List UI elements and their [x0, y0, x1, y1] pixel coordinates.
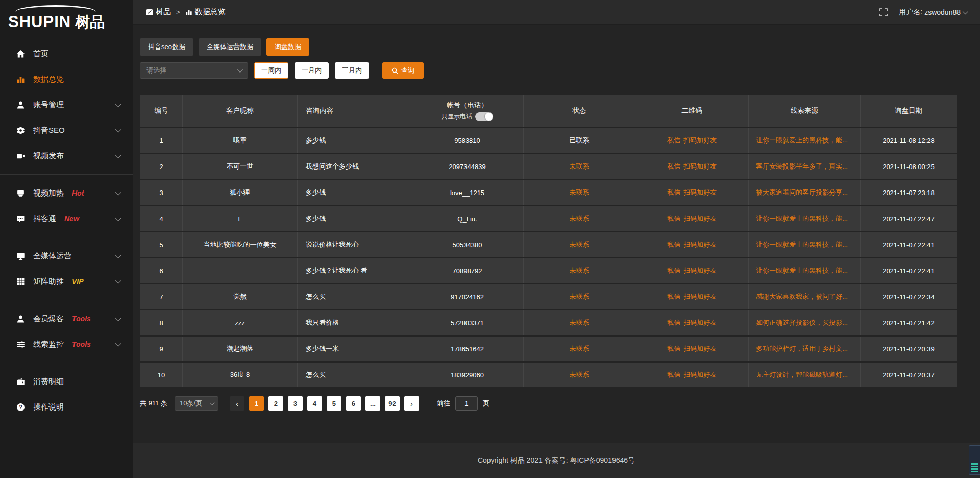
cell-content: 多少钱	[298, 206, 411, 231]
gear-icon	[15, 125, 26, 135]
sidebar-item-doukdetong[interactable]: 抖客通 New	[0, 206, 133, 231]
lead-source-link[interactable]: 多功能护栏灯，适用于乡村文...	[756, 344, 848, 353]
lead-source-link[interactable]: 客厅安装投影半年多了，真实...	[756, 162, 848, 171]
scan-add-friend-link[interactable]: 扫码加好友	[683, 162, 717, 171]
username-label: 用户名:	[899, 8, 922, 17]
lead-source-link[interactable]: 被大家追着问的客厅投影分享...	[756, 188, 848, 197]
goto-label: 前往	[437, 399, 450, 408]
sidebar-item-douyin-seo[interactable]: 抖音SEO	[0, 117, 133, 143]
private-message-link[interactable]: 私信	[667, 240, 680, 249]
page-number-button[interactable]: 6	[346, 396, 361, 411]
breadcrumb-item-current[interactable]: 数据总览	[185, 7, 226, 17]
page-size-select[interactable]: 10条/页	[175, 396, 218, 411]
cell-qrcode: 私信 扫码加好友	[635, 284, 749, 309]
scan-add-friend-link[interactable]: 扫码加好友	[683, 266, 717, 275]
scan-add-friend-link[interactable]: 扫码加好友	[683, 318, 717, 327]
period-button-week[interactable]: 一周内	[254, 62, 288, 79]
pagination-bar: 共 911 条 10条/页 ‹ 1 2 3 4 5 6	[140, 396, 957, 411]
lead-source-link[interactable]: 让你一眼就爱上的黑科技，能...	[756, 214, 848, 223]
sidebar-menu: 首页 数据总览 账号管理 抖音SEO 视频发布 视频加热 Hot	[0, 41, 133, 420]
tab-douyin-seo-data[interactable]: 抖音seo数据	[140, 38, 193, 56]
goto-page-input[interactable]	[455, 396, 478, 411]
sidebar-item-video-heat[interactable]: 视频加热 Hot	[0, 180, 133, 206]
scan-add-friend-link[interactable]: 扫码加好友	[683, 344, 717, 353]
private-message-link[interactable]: 私信	[667, 318, 680, 327]
tab-omni-media-data[interactable]: 全媒体运营数据	[199, 38, 261, 56]
cell-nickname: 哦章	[183, 128, 298, 153]
page-number-button[interactable]: 92	[385, 396, 400, 411]
cell-qrcode: 私信 扫码加好友	[635, 128, 749, 153]
sidebar-item-lead-monitor[interactable]: 线索监控 Tools	[0, 331, 133, 357]
page-number-button[interactable]: ...	[365, 396, 380, 411]
prev-page-button[interactable]: ‹	[230, 396, 244, 411]
private-message-link[interactable]: 私信	[667, 370, 680, 379]
private-message-link[interactable]: 私信	[667, 266, 680, 275]
app-logo: SHUPIN 树品	[0, 0, 133, 33]
sidebar-item-data-overview[interactable]: 数据总览	[0, 66, 133, 92]
lead-source-link[interactable]: 无主灯设计，智能磁吸轨道灯...	[756, 370, 848, 379]
search-button[interactable]: 查询	[382, 62, 424, 79]
lead-source-link[interactable]: 如何正确选择投影仪，买投影...	[756, 318, 848, 327]
scan-add-friend-link[interactable]: 扫码加好友	[683, 370, 717, 379]
page-number-button[interactable]: 3	[288, 396, 303, 411]
cell-account: 178651642	[411, 337, 524, 361]
copyright-text: Copyright 树品 2021 备案号: 粤ICP备09019646号	[478, 456, 635, 465]
sidebar-item-home[interactable]: 首页	[0, 41, 133, 66]
sidebar-item-label: 线索监控	[33, 340, 64, 349]
private-message-link[interactable]: 私信	[667, 214, 680, 223]
lead-source-link[interactable]: 让你一眼就爱上的黑科技，能...	[756, 136, 848, 145]
column-header-source: 线索来源	[749, 95, 861, 127]
fullscreen-icon[interactable]	[879, 8, 888, 16]
page-number-button[interactable]: 2	[268, 396, 283, 411]
sidebar-item-matrix-boost[interactable]: 矩阵助推 VIP	[0, 269, 133, 294]
cell-source: 让你一眼就爱上的黑科技，能...	[749, 206, 861, 231]
sidebar-item-member-burst[interactable]: 会员爆客 Tools	[0, 306, 133, 331]
cell-nickname: 狐小狸	[183, 180, 298, 205]
cell-status: 未联系	[524, 206, 635, 231]
question-icon: ?	[15, 402, 26, 412]
cell-nickname: 36度 8	[183, 363, 298, 387]
page-number-button[interactable]: 5	[327, 396, 341, 411]
breadcrumb-item-home[interactable]: 树品	[146, 7, 171, 17]
cell-content: 怎么买	[298, 284, 411, 309]
scan-add-friend-link[interactable]: 扫码加好友	[683, 136, 717, 145]
period-button-quarter[interactable]: 三月内	[335, 62, 369, 79]
tab-inquiry-data[interactable]: 询盘数据	[266, 38, 309, 56]
page-number-button[interactable]: 1	[249, 396, 264, 411]
private-message-link[interactable]: 私信	[667, 162, 680, 171]
lead-source-link[interactable]: 感谢大家喜欢我家，被问了好...	[756, 292, 848, 301]
cell-content: 多少钱	[298, 180, 411, 205]
cell-status: 未联系	[524, 154, 635, 179]
page-number-button[interactable]: 4	[307, 396, 322, 411]
scan-add-friend-link[interactable]: 扫码加好友	[683, 292, 717, 301]
cell-source: 无主灯设计，智能磁吸轨道灯...	[749, 363, 861, 387]
sidebar-item-instructions[interactable]: ? 操作说明	[0, 394, 133, 420]
sidebar-item-video-publish[interactable]: 视频发布	[0, 143, 133, 169]
floating-widget[interactable]	[969, 445, 980, 475]
vip-badge: VIP	[72, 277, 84, 285]
column-header-status: 状态	[524, 95, 635, 127]
scan-add-friend-link[interactable]: 扫码加好友	[683, 214, 717, 223]
sidebar-item-omni-media[interactable]: 全媒体运营	[0, 243, 133, 269]
scan-add-friend-link[interactable]: 扫码加好友	[683, 188, 717, 197]
account-select[interactable]: 请选择	[140, 62, 248, 79]
private-message-link[interactable]: 私信	[667, 292, 680, 301]
sidebar-item-label: 首页	[33, 49, 48, 59]
user-menu[interactable]: 用户名: zswodun88	[899, 8, 967, 17]
sidebar-item-consumption-details[interactable]: 消费明细	[0, 369, 133, 394]
lead-source-link[interactable]: 让你一眼就爱上的黑科技，能...	[756, 266, 848, 275]
main-area: 树品 > 数据总览 用户名: zswodun88 抖音seo数据 全媒体运营数据…	[133, 0, 980, 478]
svg-text:?: ?	[19, 404, 22, 410]
sidebar-item-account-management[interactable]: 账号管理	[0, 92, 133, 117]
private-message-link[interactable]: 私信	[667, 136, 680, 145]
private-message-link[interactable]: 私信	[667, 344, 680, 353]
cell-qrcode: 私信 扫码加好友	[635, 180, 749, 205]
phone-only-toggle[interactable]	[475, 112, 493, 121]
sidebar-divider	[0, 300, 133, 300]
scan-add-friend-link[interactable]: 扫码加好友	[683, 240, 717, 249]
period-button-month[interactable]: 一月内	[295, 62, 329, 79]
cell-account: 70898792	[411, 258, 524, 283]
lead-source-link[interactable]: 让你一眼就爱上的黑科技，能...	[756, 240, 848, 249]
next-page-button[interactable]: ›	[404, 396, 419, 411]
private-message-link[interactable]: 私信	[667, 188, 680, 197]
